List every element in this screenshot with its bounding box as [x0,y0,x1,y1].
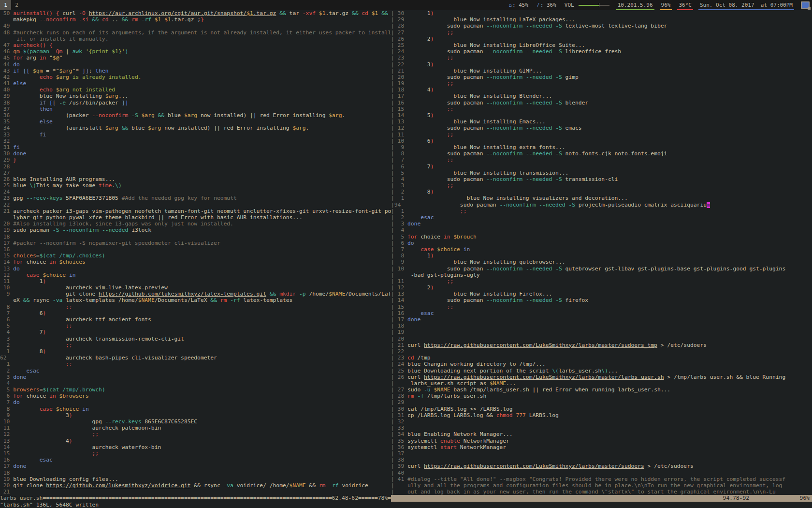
line-number: | 1 [391,208,407,214]
code-row-right: | 17 done [391,316,812,323]
code-row-right: | 3 done [391,221,812,227]
status-temperature: 36°C [679,0,692,10]
workspace-button-1[interactable]: 1 [0,0,11,10]
code-row-right: | 29 blue Now installing LaTeX packages.… [391,16,812,23]
line-number: 19 [0,227,13,233]
code-row-right: | 1 ;; [391,208,812,214]
code-row-right: | 6 7) [391,164,812,170]
code-row-right: | 2 esac [391,214,812,221]
code-row-left: 14 aurcheck waterfox-bin [0,444,391,450]
line-number: | 25 [391,42,407,48]
code-row-left: 48 #aurcheck runs on each of its argumen… [0,30,391,36]
vim-pane-right[interactable]: | 30 1)| 29 blue Now installing LaTeX pa… [391,10,812,495]
line-number: 12 [0,272,13,278]
code-row-left: 5 browsers=$(cat /tmp/.browch) [0,387,391,393]
line-number: 9 [0,412,13,418]
code-row-left: makepkg --noconfirm -si && cd .. && rm -… [0,16,391,23]
code-row-left: 7 do [0,399,391,405]
line-number: 2 [0,342,13,348]
vim-pane-left[interactable]: 50 aurinstall() { curl -O https://aur.ar… [0,10,391,495]
code-row-left: 62 aurcheck bash-pipes cli-visualizer sp… [0,355,391,361]
line-number: | 40 [391,470,407,476]
code-row-right: | 21 blue Now installing GIMP... [391,68,812,74]
root-usage-icon: / [536,2,540,8]
code-row-left: 17 done [0,463,391,469]
code-row-right: | 16 sudo pacman --noconfirm --needed -S… [391,100,812,106]
line-number: | 41 [391,476,407,482]
volume-slider[interactable] [579,3,609,7]
code-row-right: | 33 [391,425,812,431]
code-row-left: 31 fi [0,144,391,150]
code-row-right: | 1 blue Now installing visualizers and … [391,195,812,201]
line-number: 11 [0,425,13,431]
line-number: 5 [0,323,13,329]
line-number: | 12 [391,125,407,131]
line-number: 39 [0,93,13,99]
code-row-left: 1 8) [0,348,391,355]
line-number: | 21 [391,68,407,74]
code-row-right: | 27 sudo -u $NAME bash /tmp/larbs_user.… [391,387,812,393]
line-number: | 23 [391,55,407,61]
code-row-left: 4 7) [0,329,391,335]
workspace-button-2[interactable]: 2 [11,0,22,10]
code-row-left: 13 4) [0,438,391,444]
code-row-right: | 23 ;; [391,55,812,61]
line-number: 3 [0,336,13,342]
code-row-left: 10 aurcheck vim-live-latex-preview [0,284,391,291]
line-number: 28 [0,164,13,170]
code-row-left: 8 case $choice in [0,406,391,412]
cursor-block: m [707,202,710,208]
line-number: | 21 [391,342,407,348]
line-number: | 17 [391,316,407,323]
line-number: | 29 [391,399,407,405]
code-row-left: 45 for arg in "$@" [0,55,391,61]
line-number: | 37 [391,450,407,457]
code-row-right: | 13 blue Now installing Emacs... [391,119,812,125]
line-number: | 4 [391,227,407,233]
code-row-left: 3 done [0,374,391,380]
line-number: 13 [0,266,13,272]
line-number: 19 [0,476,13,482]
line-number: | 27 [391,387,407,393]
code-row-left: 27 [0,170,391,176]
line-number: | 32 [391,418,407,425]
code-row-left: 47 aurcheck() { [0,42,391,48]
line-number: | 2 [391,214,407,221]
code-row-right: | 15 ;; [391,106,812,112]
code-row-right: | 2 8) [391,189,812,195]
volume-label: VOL [565,2,574,8]
code-row-right: | 20 [391,336,812,342]
line-number: | 3 [391,182,407,189]
statusline-inactive-ruler: 62,48-62======78%= [332,495,391,501]
top-bar: 12 ⌂: 45%/: 36%VOL10.201.5.9696%36°CSun,… [0,0,812,10]
line-number: | 27 [391,30,407,36]
line-number: | 5 [391,170,407,176]
line-number: | 24 [391,361,407,367]
code-row-right: | 14 sudo pacman --noconfirm --needed -S… [391,297,812,303]
code-row-left: 2 esac [0,368,391,374]
code-row-right: | 8 sudo pacman --noconfirm --needed -S … [391,150,812,157]
line-number: | [391,482,407,489]
line-number: | 35 [391,438,407,444]
line-number: 21 [0,208,13,214]
line-number: 14 [0,444,13,450]
line-number: 16 [0,246,13,253]
code-row-left: 21 aurcheck packer i3-gaps vim-pathogen … [0,208,391,214]
line-number: 7 [0,310,13,316]
code-row-right: | 4 sudo pacman --noconfirm --needed -S … [391,176,812,182]
code-row-left: 17 #packer --noconfirm -S ncpamixer-git … [0,240,391,246]
line-number: 10 [0,284,13,291]
line-number: | 12 [391,284,407,291]
code-row-left: 32 [0,138,391,144]
code-row-left: 18 [0,234,391,240]
line-number [0,214,13,221]
code-row-left: 6 aurcheck ttf-ancient-fonts [0,316,391,323]
line-number: | 13 [391,119,407,125]
status-datetime: Sun, Oct 08, 2017 at 07:00PM [700,0,793,10]
code-row-left: 16 esac [0,457,391,463]
temperature-label: 36°C [679,2,692,8]
code-row-right: | 12 2) [391,284,812,291]
monitor-tray-icon[interactable] [801,1,810,9]
code-row-right: | 24 sudo pacman --noconfirm --needed -S… [391,48,812,55]
line-number: | 9 [391,259,407,265]
